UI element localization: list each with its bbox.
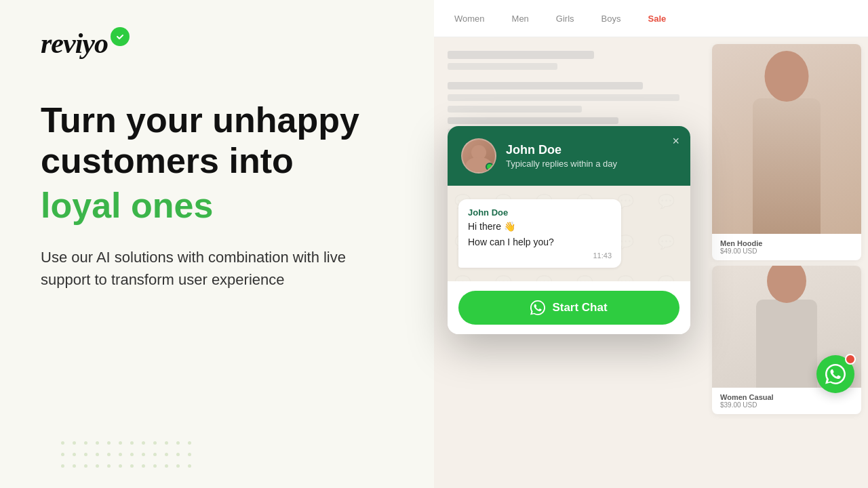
nav-girls: Girls (556, 14, 574, 24)
chat-header-info: John Doe Typically replies within a day (506, 143, 677, 169)
bubble-text-line1: Hi there 👋 (468, 220, 612, 234)
agent-name: John Doe (506, 143, 677, 157)
product-1-price: $49.00 USD (720, 247, 853, 255)
decorative-dots (61, 441, 191, 468)
nav-sale: Sale (648, 14, 666, 24)
chat-message-bubble: John Doe Hi there 👋 How can I help you? … (458, 199, 621, 268)
floating-whatsapp-button[interactable] (816, 355, 854, 393)
bubble-sender: John Doe (468, 207, 612, 218)
logo-text: reviyo (41, 27, 108, 60)
product-2-name: Women Casual (720, 393, 853, 401)
headline-line2: customers into (41, 141, 294, 180)
agent-status: Typically replies within a day (506, 159, 677, 169)
ecom-nav: Women Men Girls Boys Sale (434, 0, 868, 37)
notification-badge (845, 354, 856, 365)
chat-avatar (461, 138, 496, 174)
products-area: Men Hoodie $49.00 USD Women Casual $39.0… (705, 37, 868, 488)
chat-header: John Doe Typically replies within a day … (448, 126, 690, 186)
product-2-price: $39.00 USD (720, 401, 853, 409)
nav-boys: Boys (601, 14, 621, 24)
start-chat-label: Start Chat (552, 301, 607, 314)
bubble-text-line2: How can I help you? (468, 237, 612, 247)
headline-green: loyal ones (41, 186, 400, 226)
logo-area: reviyo (41, 27, 400, 60)
online-indicator (486, 163, 494, 171)
bubble-time: 11:43 (468, 251, 612, 260)
product-1-name: Men Hoodie (720, 239, 853, 247)
chat-close-button[interactable]: × (672, 134, 679, 148)
svg-point-0 (115, 31, 125, 42)
verified-badge-icon (111, 27, 130, 46)
headline-block: Turn your unhappy customers into (41, 100, 400, 182)
start-chat-button[interactable]: Start Chat (458, 291, 679, 325)
product-card-1: Men Hoodie $49.00 USD (712, 44, 861, 260)
headline-line1: Turn your unhappy (41, 100, 359, 140)
chat-widget: John Doe Typically replies within a day … (448, 126, 690, 334)
hero-subtext: Use our AI solutions with combination wi… (41, 246, 366, 291)
left-section: reviyo Turn your unhappy customers into … (0, 0, 441, 488)
chat-footer: Start Chat (448, 281, 690, 334)
nav-women: Women (454, 14, 485, 24)
nav-men: Men (512, 14, 529, 24)
chat-body: John Doe Hi there 👋 How can I help you? … (448, 186, 690, 281)
